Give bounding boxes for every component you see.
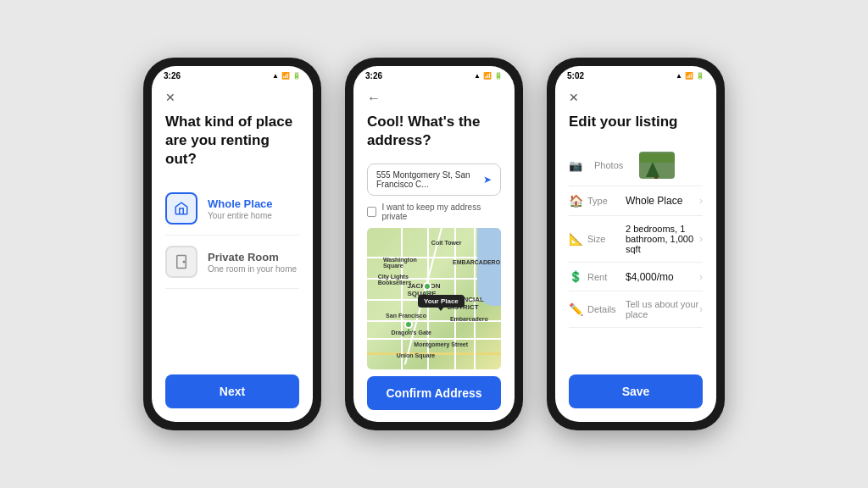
private-label: I want to keep my address private <box>381 202 501 221</box>
back-button[interactable]: ← <box>367 91 501 106</box>
phone-2-title: Cool! What's the address? <box>367 113 501 150</box>
address-value: 555 Montgomery St, San Francisco C... <box>376 170 483 189</box>
signal-icon: ▲ <box>272 72 279 80</box>
phone-1-content: ✕ What kind of place are you renting out… <box>152 82 313 422</box>
phone-3-time: 5:02 <box>567 71 584 80</box>
option-private-room[interactable]: Private Room One room in your home <box>165 236 299 289</box>
phone-2-content: ← Cool! What's the address? 555 Montgome… <box>353 82 515 422</box>
close-button-3[interactable]: ✕ <box>569 91 586 104</box>
map-marker-1 <box>423 282 431 294</box>
map-label-embarcadero: EMBARCADERO <box>453 259 500 265</box>
map-label-citylights: City LightsBooksellers <box>378 274 412 286</box>
size-icon: 📐 <box>569 232 587 246</box>
private-address-row[interactable]: I want to keep my address private <box>367 202 501 221</box>
phones-container: 3:26 ▲ 📶 🔋 ✕ What kind of place are you … <box>126 41 742 447</box>
phone-3-content: ✕ Edit your listing 📷 Photos 🏠 Type <box>555 82 716 422</box>
listing-photo-thumb <box>639 152 675 179</box>
address-input[interactable]: 555 Montgomery St, San Francisco C... ➤ <box>367 164 501 196</box>
door-icon <box>174 254 189 269</box>
rent-icon: 💲 <box>569 270 587 283</box>
type-value: Whole Place <box>626 195 699 207</box>
close-button-1[interactable]: ✕ <box>165 91 182 104</box>
phone-3-title: Edit your listing <box>569 113 703 131</box>
navigation-icon: ➤ <box>483 174 492 186</box>
svg-point-1 <box>183 262 185 263</box>
wifi-icon: 📶 <box>281 72 290 80</box>
phone-1-time: 3:26 <box>164 71 181 80</box>
save-button[interactable]: Save <box>569 374 703 408</box>
type-label: Type <box>587 196 626 206</box>
confirm-address-button[interactable]: Confirm Address <box>367 376 501 410</box>
rent-value: $4,000/mo <box>626 271 699 283</box>
private-room-icon-wrap <box>165 246 198 278</box>
phone-2: 3:26 ▲ 📶 🔋 ← Cool! What's the address? 5… <box>345 58 523 430</box>
map-container: Coit Tower WashingtonSquare City LightsB… <box>367 228 501 369</box>
phone-2-time: 3:26 <box>365 71 382 80</box>
home-icon <box>174 201 189 216</box>
option-whole-place[interactable]: Whole Place Your entire home <box>165 182 299 236</box>
type-icon: 🏠 <box>569 194 587 208</box>
phone-1-title: What kind of place are you renting out? <box>165 113 299 169</box>
details-chevron: › <box>699 303 703 315</box>
size-value: 2 bedrooms, 1 bathroom, 1,000 sqft <box>626 224 699 254</box>
phone-2-screen: 3:26 ▲ 📶 🔋 ← Cool! What's the address? 5… <box>353 66 515 422</box>
private-room-subtitle: One room in your home <box>208 264 297 274</box>
private-room-text: Private Room One room in your home <box>208 251 297 274</box>
type-chevron: › <box>699 195 703 207</box>
battery-icon-2: 🔋 <box>494 72 503 80</box>
phone-3-status-icons: ▲ 📶 🔋 <box>676 72 704 80</box>
photos-row[interactable]: 📷 Photos <box>569 145 703 186</box>
size-label: Size <box>587 234 626 244</box>
phone-2-status-bar: 3:26 ▲ 📶 🔋 <box>353 66 515 82</box>
phone-3: 5:02 ▲ 📶 🔋 ✕ Edit your listing 📷 Photos <box>547 58 725 430</box>
map-background: Coit Tower WashingtonSquare City LightsB… <box>367 228 501 369</box>
photos-icon: 📷 <box>569 159 587 172</box>
signal-icon-3: ▲ <box>676 72 682 80</box>
rent-row[interactable]: 💲 Rent $4,000/mo › <box>569 263 703 291</box>
whole-place-text: Whole Place Your entire home <box>208 197 273 220</box>
your-place-pin: Your Place <box>418 295 465 308</box>
map-label-coit: Coit Tower <box>431 240 462 246</box>
whole-place-subtitle: Your entire home <box>208 211 273 220</box>
private-room-title: Private Room <box>208 251 297 263</box>
phone-3-screen: 5:02 ▲ 📶 🔋 ✕ Edit your listing 📷 Photos <box>555 66 716 422</box>
rent-label: Rent <box>587 272 626 282</box>
details-icon: ✏️ <box>569 302 587 316</box>
phone-1-status-icons: ▲ 📶 🔋 <box>272 72 301 80</box>
details-label: Details <box>587 304 626 314</box>
details-row[interactable]: ✏️ Details Tell us about your place › <box>569 291 703 328</box>
map-label-washington: WashingtonSquare <box>383 257 417 269</box>
whole-place-icon-wrap <box>165 192 198 225</box>
phone-1-screen: 3:26 ▲ 📶 🔋 ✕ What kind of place are you … <box>152 66 313 422</box>
map-label-emb2: Embarcadero <box>450 316 488 322</box>
next-button[interactable]: Next <box>165 374 299 408</box>
whole-place-title: Whole Place <box>208 197 273 210</box>
wifi-icon-2: 📶 <box>483 72 492 80</box>
size-chevron: › <box>699 233 703 245</box>
map-label-sf: San Francisco <box>386 313 426 319</box>
battery-icon-3: 🔋 <box>696 72 704 80</box>
phone-2-status-icons: ▲ 📶 🔋 <box>474 72 503 80</box>
phone-3-status-bar: 5:02 ▲ 📶 🔋 <box>555 66 716 82</box>
phone-1: 3:26 ▲ 📶 🔋 ✕ What kind of place are you … <box>143 58 321 430</box>
map-label-montgomery: Montgomery Street <box>414 341 468 347</box>
rent-chevron: › <box>699 271 703 283</box>
photos-label: Photos <box>594 160 632 170</box>
battery-icon: 🔋 <box>292 72 301 80</box>
phone-1-status-bar: 3:26 ▲ 📶 🔋 <box>152 66 313 82</box>
type-row[interactable]: 🏠 Type Whole Place › <box>569 186 703 216</box>
private-checkbox[interactable] <box>367 207 376 217</box>
signal-icon-2: ▲ <box>474 72 481 80</box>
size-row[interactable]: 📐 Size 2 bedrooms, 1 bathroom, 1,000 sqf… <box>569 216 703 263</box>
map-marker-2 <box>404 320 413 332</box>
map-label-union: Union Square <box>397 352 436 358</box>
details-value: Tell us about your place <box>626 299 699 319</box>
wifi-icon-3: 📶 <box>685 72 693 80</box>
